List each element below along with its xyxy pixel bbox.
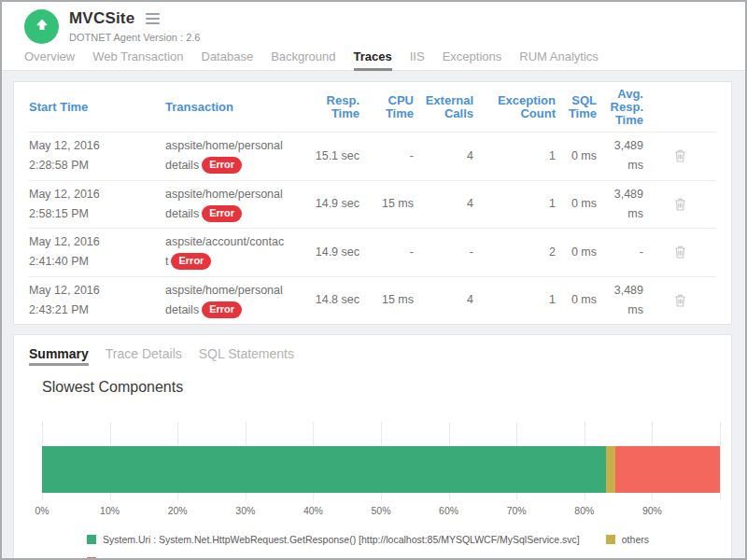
chart-legend: System.Uri : System.Net.HttpWebRequest.G…	[29, 534, 716, 558]
exception-count-cell: 1	[473, 147, 556, 166]
legend-swatch-red	[87, 557, 96, 558]
legend-item-callhandler: System.Web.HttpApplication+CallHandlerEx…	[87, 556, 670, 558]
tab-sql-statements[interactable]: SQL Statements	[199, 346, 294, 366]
cpu-time-cell: -	[359, 243, 414, 262]
arrow-up-icon	[34, 17, 50, 37]
start-time-cell: May 12, 20162:43:21 PM	[29, 281, 165, 321]
trash-icon	[673, 297, 687, 311]
trace-detail-card: Summary Trace Details SQL Statements Slo…	[13, 334, 732, 558]
app-header: MVCSite DOTNET Agent Version : 2.6	[2, 2, 745, 48]
agent-version-label: DOTNET Agent Version : 2.6	[69, 32, 200, 43]
hamburger-menu-icon[interactable]	[144, 11, 162, 26]
x-tick: 90%	[642, 505, 662, 516]
x-tick: 80%	[574, 505, 594, 516]
tab-background[interactable]: Background	[271, 48, 335, 70]
bar-segment-system-uri[interactable]	[42, 446, 606, 493]
col-header-avg-resp-time: Avg. Resp. Time	[597, 88, 643, 127]
tab-exceptions[interactable]: Exceptions	[443, 48, 502, 70]
table-row: May 12, 20162:58:15 PM aspsite/home/pers…	[29, 180, 716, 229]
error-badge: Error	[171, 253, 211, 270]
transaction-cell: aspsite/home/personaldetailsError	[165, 281, 307, 321]
resp-time-cell: 14.9 sec	[307, 243, 359, 262]
avg-resp-time-cell: 3,489 ms	[597, 185, 643, 225]
avg-resp-time-cell: -	[597, 243, 643, 262]
legend-item-others: others	[606, 534, 649, 545]
tab-database[interactable]: Database	[202, 48, 254, 70]
traces-table-card: Start Time Transaction Resp. Time CPU Ti…	[13, 81, 732, 325]
sql-time-cell: 0 ms	[556, 243, 597, 262]
sql-time-cell: 0 ms	[556, 147, 597, 166]
delete-trace-button[interactable]	[671, 243, 689, 261]
table-row: May 12, 20162:41:40 PM aspsite/account/c…	[29, 228, 716, 276]
delete-trace-button[interactable]	[671, 195, 689, 214]
tab-traces[interactable]: Traces	[354, 48, 392, 70]
main-tab-bar: Overview Web Transaction Database Backgr…	[2, 48, 745, 71]
error-badge: Error	[202, 205, 242, 222]
app-window: MVCSite DOTNET Agent Version : 2.6 Overv…	[0, 0, 747, 560]
resp-time-cell: 15.1 sec	[307, 147, 359, 166]
avg-resp-time-cell: 3,489 ms	[597, 281, 643, 321]
app-status-icon	[24, 9, 59, 44]
error-badge: Error	[202, 301, 242, 318]
exception-count-cell: 1	[473, 194, 556, 214]
tab-summary[interactable]: Summary	[29, 346, 89, 366]
delete-trace-button[interactable]	[671, 291, 689, 310]
sql-time-cell: 0 ms	[556, 194, 597, 214]
x-tick: 50%	[371, 505, 390, 516]
chart-plot-area	[42, 422, 720, 500]
table-row: May 12, 20162:43:21 PM aspsite/home/pers…	[29, 276, 716, 325]
sql-time-cell: 0 ms	[556, 290, 597, 310]
external-calls-cell: 4	[414, 194, 473, 214]
error-badge: Error	[202, 157, 242, 174]
legend-swatch-green	[87, 535, 96, 544]
legend-swatch-yellow	[606, 535, 615, 544]
external-calls-cell: 4	[414, 290, 473, 310]
tab-web-transaction[interactable]: Web Transaction	[92, 48, 183, 70]
chart-title: Slowest Components	[42, 379, 716, 396]
trash-icon	[673, 201, 687, 215]
start-time-cell: May 12, 20162:28:58 PM	[29, 136, 165, 176]
col-header-resp-time: Resp. Time	[307, 94, 359, 120]
x-tick: 30%	[235, 505, 255, 516]
col-header-external-calls: External Calls	[414, 94, 473, 120]
start-time-cell: May 12, 20162:41:40 PM	[29, 232, 165, 273]
stacked-bar	[42, 446, 720, 493]
start-time-cell: May 12, 20162:58:15 PM	[29, 185, 165, 225]
x-tick: 20%	[168, 505, 188, 516]
col-header-transaction: Transaction	[165, 101, 307, 114]
bar-segment-callhandler[interactable]	[615, 446, 720, 493]
x-tick: 60%	[439, 505, 458, 516]
col-header-cpu-time: CPU Time	[359, 94, 414, 120]
trash-icon	[673, 248, 687, 262]
bar-segment-others[interactable]	[606, 446, 615, 493]
tab-trace-details[interactable]: Trace Details	[106, 346, 182, 366]
transaction-cell: aspsite/home/personaldetailsError	[165, 136, 307, 176]
x-tick: 40%	[303, 505, 323, 516]
exception-count-cell: 1	[473, 290, 556, 310]
tab-iis[interactable]: IIS	[410, 48, 425, 70]
table-header-row: Start Time Transaction Resp. Time CPU Ti…	[29, 82, 716, 132]
resp-time-cell: 14.8 sec	[307, 290, 359, 310]
delete-trace-button[interactable]	[671, 147, 689, 165]
transaction-cell: aspsite/account/contactError	[165, 232, 307, 273]
tab-rum-analytics[interactable]: RUM Analytics	[519, 48, 599, 70]
tab-overview[interactable]: Overview	[24, 48, 75, 70]
exception-count-cell: 2	[473, 243, 556, 262]
resp-time-cell: 14.9 sec	[307, 194, 359, 214]
external-calls-cell: 4	[414, 147, 473, 166]
page-title: MVCSite	[69, 9, 134, 28]
legend-item-system-uri: System.Uri : System.Net.HttpWebRequest.G…	[87, 534, 580, 545]
col-header-exception-count: Exception Count	[473, 94, 556, 120]
content-area: Start Time Transaction Resp. Time CPU Ti…	[2, 71, 745, 558]
x-axis: 0% 10% 20% 30% 40% 50% 60% 70% 80% 90%	[42, 505, 720, 519]
col-header-start-time: Start Time	[29, 101, 165, 114]
transaction-cell: aspsite/home/personaldetailsError	[165, 185, 307, 225]
slowest-components-chart: 0% 10% 20% 30% 40% 50% 60% 70% 80% 90%	[42, 422, 720, 519]
cpu-time-cell: -	[359, 147, 414, 166]
cpu-time-cell: 15 ms	[359, 194, 414, 214]
trash-icon	[673, 152, 687, 166]
external-calls-cell: -	[414, 243, 473, 262]
table-row: May 12, 20162:28:58 PM aspsite/home/pers…	[29, 132, 716, 180]
avg-resp-time-cell: 3,489 ms	[597, 136, 643, 176]
cpu-time-cell: 15 ms	[359, 290, 414, 310]
